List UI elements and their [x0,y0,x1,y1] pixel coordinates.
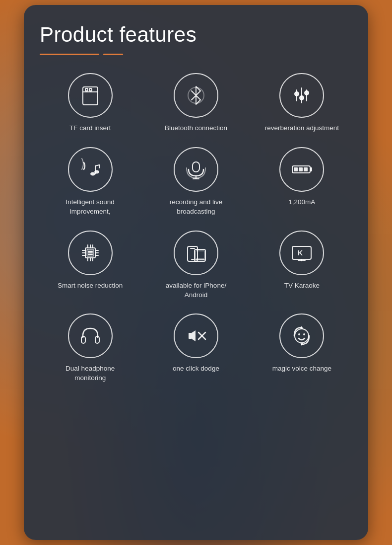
devices-icon [184,240,208,265]
recording-label: recording and live broadcasting [156,198,236,217]
title-decoration [40,54,352,55]
feature-tf-card: TF card insert [40,73,140,133]
microphone-icon [184,157,208,182]
svg-point-15 [94,170,99,173]
mute-label: one click dodge [173,364,219,374]
bluetooth-icon [184,83,208,108]
tf-card-icon [78,83,103,108]
svg-rect-22 [299,167,303,171]
svg-text:K: K [298,249,303,257]
battery-icon-circle [279,147,324,192]
sound-icon-circle [68,147,113,192]
svg-rect-16 [193,162,199,172]
svg-rect-46 [196,251,204,259]
magic-voice-icon-circle [279,313,324,358]
tv-label: TV Karaoke [284,281,320,291]
bluetooth-label: Bluetooth connection [165,124,227,133]
sound-icon [78,157,103,182]
feature-sound: Intelligent sound improvement, [40,147,140,217]
svg-point-8 [300,96,304,100]
svg-point-11 [90,172,95,175]
battery-label: 1,200mA [288,198,315,207]
svg-rect-20 [310,167,312,171]
chip-icon [78,240,103,265]
microphone-icon-circle [174,147,218,192]
magic-voice-label: magic voice change [272,364,331,374]
reverberation-icon-circle [279,73,324,118]
reverberation-label: reverberation adjustment [265,124,339,133]
feature-bluetooth: Bluetooth connection [145,73,246,133]
tf-card-icon-circle [68,73,113,118]
svg-point-57 [295,329,309,343]
feature-reverberation: reverberation adjustment [252,73,352,133]
feature-headphone: Dual headphone monitoring [40,313,140,383]
svg-point-6 [295,92,299,96]
underline-long [40,54,99,55]
feature-tv: K TV Karaoke [252,231,352,300]
svg-rect-3 [89,88,92,91]
mute-icon-circle [174,313,218,358]
reverberation-icon [289,83,314,108]
page-wrapper: Product features TF card insert [0,0,392,545]
headphone-icon [78,323,103,348]
noise-label: Smart noise reduction [58,281,123,291]
devices-icon-circle [174,231,218,275]
page-title: Product features [40,23,352,47]
svg-rect-21 [294,167,298,171]
mute-icon [184,323,208,348]
tv-icon-circle: K [279,231,324,275]
sound-label: Intelligent sound improvement, [51,198,130,217]
svg-point-10 [305,91,309,95]
feature-noise: Smart noise reduction [40,231,140,300]
feature-card: Product features TF card insert [24,5,368,540]
feature-magic-voice: magic voice change [252,313,352,383]
headphone-icon-circle [68,313,113,358]
svg-point-58 [298,333,300,335]
battery-icon [289,157,314,182]
magic-voice-icon [289,323,314,348]
feature-recording: recording and live broadcasting [145,147,246,217]
svg-rect-54 [189,333,192,339]
tf-card-label: TF card insert [69,124,111,133]
headphone-label: Dual headphone monitoring [51,364,130,383]
bluetooth-icon-circle [174,73,218,118]
feature-mute: one click dodge [145,313,246,383]
tv-icon: K [289,240,314,265]
features-grid: TF card insert Bluetooth connection [40,73,352,383]
feature-battery: 1,200mA [252,147,352,217]
svg-point-59 [303,333,305,335]
svg-marker-53 [192,330,196,341]
chip-icon-circle [68,231,113,275]
underline-short [103,54,123,55]
svg-rect-23 [304,167,308,171]
svg-rect-2 [85,88,88,91]
svg-line-13 [95,165,99,166]
feature-devices: available for iPhone/ Android [145,231,246,300]
devices-label: available for iPhone/ Android [156,281,236,300]
